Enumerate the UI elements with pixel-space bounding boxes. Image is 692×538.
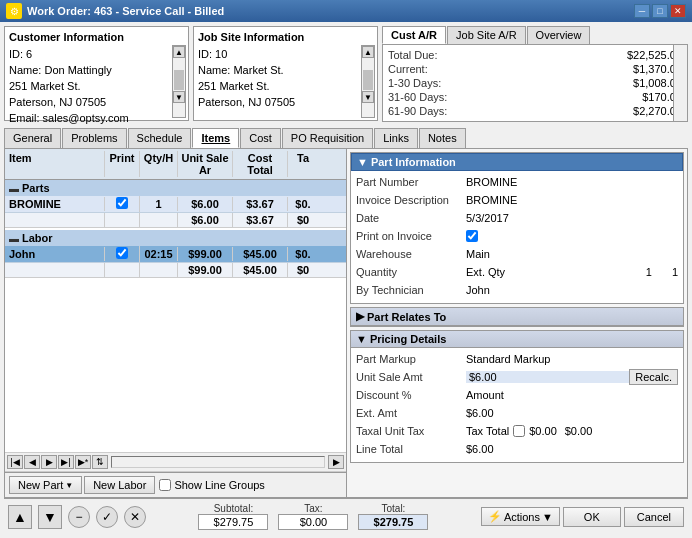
tab-general[interactable]: General [4,128,61,148]
scroll-down[interactable]: ▼ [173,91,185,103]
item-ta: $0. [288,197,318,211]
nav-first[interactable]: |◀ [7,455,23,469]
pricing-title: Pricing Details [370,333,446,345]
ar-row-current: Current: $1,370.00 [386,62,684,76]
part-info-title: Part Information [371,156,456,168]
tax-total-checkbox[interactable] [513,425,525,437]
close-button[interactable]: ✕ [670,4,686,18]
tab-cost[interactable]: Cost [240,128,281,148]
pricing-details-section: ▼ Pricing Details Part Markup Standard M… [350,330,684,463]
move-up-button[interactable]: ▲ [8,505,32,529]
parts-subtotal: $6.00 $3.67 $0 [5,213,346,228]
print-checkbox[interactable] [116,197,128,209]
item-cost: $3.67 [233,197,288,211]
ar-content: Total Due: $22,525.06 Current: $1,370.00… [382,44,688,122]
tab-problems[interactable]: Problems [62,128,126,148]
main-tabs: General Problems Schedule Items Cost PO … [4,128,688,148]
footer-bar: ▲ ▼ − ✓ ✕ Subtotal: $279.75 Tax: $0.00 T… [4,498,688,534]
tab-jobsite-ar[interactable]: Job Site A/R [447,26,526,44]
jobsite-address1: 251 Market St. [198,78,373,94]
field-date: Date 5/3/2017 [356,210,678,226]
ok-button[interactable]: OK [563,507,621,527]
window-controls: ─ □ ✕ [634,4,686,18]
tab-overview[interactable]: Overview [527,26,591,44]
dropdown-arrow-icon: ▼ [65,481,73,490]
actions-button[interactable]: ⚡ Actions ▼ [481,507,560,526]
col-header-ta: Ta [288,151,318,177]
field-invoice-desc: Invoice Description BROMINE [356,192,678,208]
nav-next[interactable]: ▶ [41,455,57,469]
part-relates-section: ▶ Part Relates To [350,307,684,327]
lightning-icon: ⚡ [488,510,502,523]
new-labor-button[interactable]: New Labor [84,476,155,494]
labor-subtotal-unit: $99.00 [178,263,233,277]
scroll-thumb-job [363,70,373,90]
labor-ta: $0. [288,247,318,261]
tab-po-req[interactable]: PO Requisition [282,128,373,148]
col-header-unit: Unit Sale Ar [178,151,233,177]
nav-scroll[interactable]: ⇅ [92,455,108,469]
labor-expand[interactable]: ▬ [9,233,19,244]
nav-end[interactable]: ▶ [328,455,344,469]
field-print-invoice: Print on Invoice [356,228,678,244]
col-header-cost: Cost Total [233,151,288,177]
maximize-button[interactable]: □ [652,4,668,18]
parts-subtotal-cost: $3.67 [233,213,288,227]
part-relates-title: Part Relates To [367,311,446,323]
field-line-total: Line Total $6.00 [356,441,678,457]
field-part-markup: Part Markup Standard Markup [356,351,678,367]
recalc-button[interactable]: Recalc. [629,369,678,385]
minimize-button[interactable]: ─ [634,4,650,18]
print-on-invoice-checkbox[interactable] [466,230,478,242]
pricing-header: ▼ Pricing Details [351,331,683,348]
table-row[interactable]: BROMINE 1 $6.00 $3.67 $0. [5,196,346,213]
discard-button[interactable]: ✕ [124,506,146,528]
pricing-expand[interactable]: ▼ [356,333,367,345]
cancel-button[interactable]: Cancel [624,507,684,527]
customer-scrollbar[interactable]: ▲ ▼ [172,45,186,118]
customer-info-box: Customer Information ID: 6 Name: Don Mat… [4,26,189,121]
labor-print[interactable] [105,246,140,262]
col-header-qty: Qty/H [140,151,178,177]
app-icon: ⚙ [6,3,22,19]
part-info-section: ▼ Part Information Part Number BROMINE I… [350,152,684,304]
ar-scrollbar[interactable] [673,45,687,121]
table-nav-bar: |◀ ◀ ▶ ▶| ▶* ⇅ ▶ [5,452,346,472]
item-print[interactable] [105,196,140,212]
scroll-up[interactable]: ▲ [173,46,185,58]
labor-print-checkbox[interactable] [116,247,128,259]
group-labor: ▬ Labor [5,230,346,246]
show-line-groups-checkbox[interactable] [159,479,171,491]
jobsite-info-box: Job Site Information ID: 10 Name: Market… [193,26,378,121]
part-info-icon: ▼ [357,156,368,168]
nav-last[interactable]: ▶| [58,455,74,469]
jobsite-title: Job Site Information [198,31,373,43]
move-down-button[interactable]: ▼ [38,505,62,529]
jobsite-scrollbar[interactable]: ▲ ▼ [361,45,375,118]
tab-notes[interactable]: Notes [419,128,466,148]
labor-qty: 02:15 [140,247,178,261]
nav-scrolltrack[interactable] [111,456,325,468]
parts-expand[interactable]: ▬ [9,183,19,194]
customer-id: ID: 6 [9,46,184,62]
tab-items[interactable]: Items [192,128,239,148]
group-parts-label: Parts [22,182,50,194]
col-header-print: Print [105,151,140,177]
labor-cost: $45.00 [233,247,288,261]
scroll-down-job[interactable]: ▼ [362,91,374,103]
part-relates-header: ▶ Part Relates To [351,308,683,326]
confirm-button[interactable]: ✓ [96,506,118,528]
show-line-groups-label[interactable]: Show Line Groups [159,479,265,491]
tab-links[interactable]: Links [374,128,418,148]
nav-add[interactable]: ▶* [75,455,91,469]
totals-area: Subtotal: $279.75 Tax: $0.00 Total: $279… [152,503,475,530]
table-row[interactable]: John 02:15 $99.00 $45.00 $0. [5,246,346,263]
part-relates-expand[interactable]: ▶ [356,310,364,323]
nav-prev[interactable]: ◀ [24,455,40,469]
scroll-up-job[interactable]: ▲ [362,46,374,58]
field-by-technician: By Technician John [356,282,678,298]
remove-button[interactable]: − [68,506,90,528]
new-part-button[interactable]: New Part ▼ [9,476,82,494]
tab-schedule[interactable]: Schedule [128,128,192,148]
tab-cust-ar[interactable]: Cust A/R [382,26,446,44]
